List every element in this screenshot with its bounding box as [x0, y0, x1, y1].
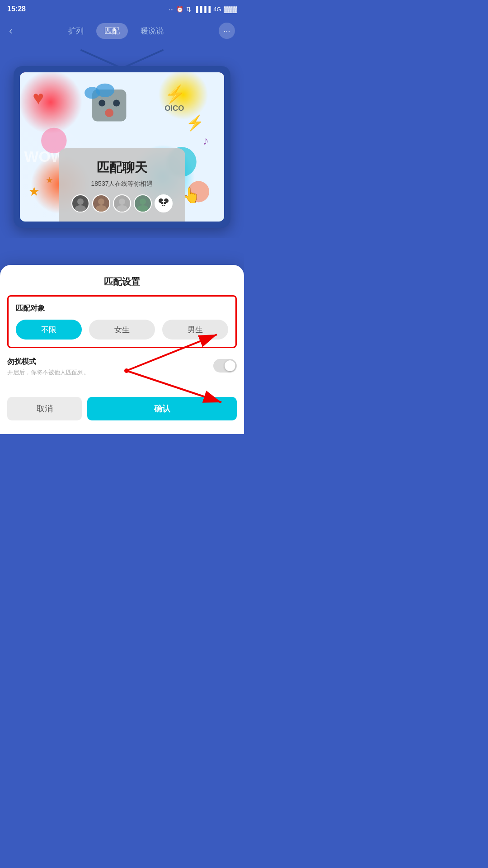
top-nav: ‹ 扩列 匹配 暖说说 ··· — [0, 18, 244, 43]
action-buttons: 取消 确认 — [0, 388, 244, 420]
robot-eye1 — [99, 99, 105, 106]
nav-tabs: 扩列 匹配 暖说说 — [68, 23, 164, 39]
svg-line-0 — [81, 50, 122, 68]
cancel-button[interactable]: 取消 — [7, 397, 82, 420]
signal-dots-icon: ··· — [169, 6, 174, 13]
dnd-title: 勿扰模式 — [7, 357, 89, 367]
svg-point-9 — [140, 198, 146, 205]
svg-point-3 — [77, 198, 84, 205]
svg-line-1 — [122, 50, 163, 68]
robot-mouth — [105, 108, 113, 117]
dnd-text: 勿扰模式 开启后，你将不被他人匹配到。 — [7, 357, 89, 377]
option-buttons: 不限 女生 男生 — [16, 320, 228, 340]
svg-point-15 — [161, 202, 164, 204]
dnd-subtitle: 开启后，你将不被他人匹配到。 — [7, 368, 89, 377]
tab-expand[interactable]: 扩列 — [68, 26, 84, 36]
lightning2-icon: ⚡ — [186, 114, 205, 132]
tv-screen: ♥ ⚡ ⚡ ★ ★ WOW — [20, 72, 224, 222]
toggle-knob — [225, 360, 235, 371]
svg-point-4 — [75, 205, 86, 212]
alarm-icon: ⏰ — [176, 6, 183, 13]
svg-point-5 — [98, 198, 104, 205]
status-icons: ··· ⏰ ⇅ ▐▐▐▐ 4G ▓▓▓ — [169, 6, 237, 13]
heart-icon: ♥ — [33, 87, 44, 108]
option-female[interactable]: 女生 — [89, 320, 155, 340]
avatar-3 — [113, 194, 131, 212]
match-avatars — [68, 194, 176, 212]
dnd-section: 勿扰模式 开启后，你将不被他人匹配到。 — [0, 348, 244, 384]
star2-icon: ★ — [46, 175, 53, 185]
status-bar: 15:28 ··· ⏰ ⇅ ▐▐▐▐ 4G ▓▓▓ — [0, 0, 244, 18]
dnd-toggle[interactable] — [213, 359, 237, 373]
data-transfer-icon: ⇅ — [186, 6, 191, 13]
network-type-label: 4G — [213, 6, 221, 13]
confirm-button[interactable]: 确认 — [87, 397, 237, 420]
signal-bars-icon: ▐▐▐▐ — [194, 6, 211, 13]
status-time: 15:28 — [7, 5, 26, 13]
avatar-1 — [71, 194, 89, 212]
tab-match[interactable]: 匹配 — [96, 23, 128, 39]
svg-point-7 — [119, 198, 125, 205]
svg-point-10 — [137, 205, 148, 212]
svg-point-16 — [164, 202, 166, 204]
sheet-title: 匹配设置 — [0, 265, 244, 295]
option-unlimited[interactable]: 不限 — [16, 320, 82, 340]
avatar-4 — [134, 194, 152, 212]
match-card-subtitle: 18537人在线等你相遇 — [68, 180, 176, 188]
music-icon: ♪ — [203, 134, 209, 147]
goggle2 — [96, 84, 114, 97]
star-icon: ★ — [28, 184, 40, 198]
option-male[interactable]: 男生 — [162, 320, 228, 340]
svg-point-8 — [117, 205, 127, 212]
bottom-sheet: 匹配设置 匹配对象 不限 女生 男生 勿扰模式 开启后，你将不被他人匹配到。 取… — [0, 265, 244, 434]
battery-icon: ▓▓▓ — [224, 6, 237, 13]
back-button[interactable]: ‹ — [9, 24, 13, 37]
avatar-2 — [92, 194, 110, 212]
tv-antenna-icon — [54, 48, 190, 71]
tv-frame: ♥ ⚡ ⚡ ★ ★ WOW — [14, 66, 230, 228]
lightning-icon: ⚡ — [164, 84, 186, 104]
match-target-section: 匹配对象 不限 女生 男生 — [7, 295, 237, 348]
svg-point-6 — [96, 205, 107, 212]
more-button[interactable]: ··· — [219, 23, 235, 39]
robot-eye2 — [113, 99, 120, 106]
tab-warm[interactable]: 暖说说 — [141, 26, 164, 36]
match-card-title: 匹配聊天 — [68, 159, 176, 176]
avatar-5 — [155, 194, 173, 212]
oico-text: OICO — [164, 104, 184, 113]
tv-area: ♥ ⚡ ⚡ ★ ★ WOW — [0, 43, 244, 238]
more-icon: ··· — [223, 26, 230, 36]
match-card-overlay: 匹配聊天 18537人在线等你相遇 — [59, 148, 185, 222]
match-target-label: 匹配对象 — [16, 304, 228, 313]
